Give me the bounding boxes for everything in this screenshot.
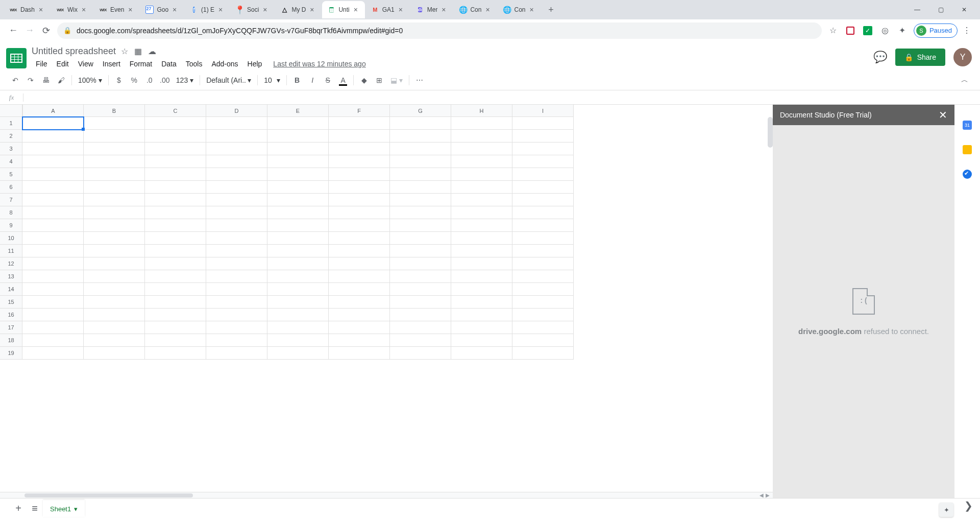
cell[interactable] (84, 219, 145, 232)
close-tab-icon[interactable]: × (439, 6, 448, 14)
cell[interactable] (145, 206, 206, 219)
cell[interactable] (145, 245, 206, 257)
strikethrough-button[interactable]: S (321, 73, 335, 87)
column-header[interactable]: A (22, 105, 84, 117)
menu-help[interactable]: Help (243, 58, 266, 70)
cell[interactable] (390, 194, 451, 206)
cell[interactable] (451, 270, 512, 283)
cell[interactable] (451, 181, 512, 194)
close-tab-icon[interactable]: × (216, 6, 225, 14)
cell[interactable] (329, 232, 390, 245)
cell[interactable] (512, 309, 574, 321)
row-header[interactable]: 13 (0, 270, 22, 283)
cell[interactable] (22, 117, 84, 130)
cell[interactable] (84, 245, 145, 257)
cell[interactable] (512, 219, 574, 232)
cell[interactable] (451, 143, 512, 155)
cell[interactable] (267, 130, 329, 143)
add-sheet-button[interactable]: + (10, 501, 27, 517)
cell[interactable] (451, 257, 512, 270)
column-header[interactable]: E (267, 105, 329, 117)
address-bar[interactable]: 🔒 docs.google.com/spreadsheets/d/1zGl_om… (57, 22, 822, 39)
increase-decimal-button[interactable]: .00 (158, 73, 172, 87)
close-tab-icon[interactable]: × (527, 6, 535, 14)
star-icon[interactable]: ☆ (121, 46, 128, 56)
back-button[interactable]: ← (5, 22, 21, 39)
cell[interactable] (145, 283, 206, 296)
new-tab-button[interactable]: + (544, 3, 558, 17)
cell[interactable] (206, 270, 267, 283)
cell[interactable] (267, 309, 329, 321)
cell[interactable] (390, 219, 451, 232)
cell[interactable] (145, 257, 206, 270)
cell[interactable] (390, 143, 451, 155)
cell[interactable] (145, 181, 206, 194)
cell[interactable] (390, 347, 451, 360)
hide-side-panel-button[interactable]: ❯ (964, 500, 973, 512)
cell[interactable] (145, 334, 206, 347)
forward-button[interactable]: → (21, 22, 38, 39)
cell[interactable] (512, 181, 574, 194)
cell[interactable] (512, 155, 574, 168)
close-tab-icon[interactable]: × (308, 6, 316, 14)
cell[interactable] (145, 309, 206, 321)
cell[interactable] (390, 168, 451, 181)
cell[interactable] (329, 130, 390, 143)
cell[interactable] (84, 206, 145, 219)
cell[interactable] (206, 130, 267, 143)
column-header[interactable]: G (390, 105, 451, 117)
column-header[interactable]: D (206, 105, 267, 117)
column-header[interactable]: I (512, 105, 574, 117)
cell[interactable] (84, 117, 145, 130)
cell[interactable] (329, 143, 390, 155)
reload-button[interactable]: ⟳ (38, 22, 54, 39)
row-header[interactable]: 8 (0, 206, 22, 219)
browser-tab[interactable]: ▦ Unti × (322, 1, 364, 18)
paint-format-button[interactable]: 🖌 (54, 73, 68, 87)
collapse-toolbar-button[interactable]: ︿ (958, 73, 972, 87)
cell[interactable] (145, 270, 206, 283)
cell[interactable] (206, 168, 267, 181)
cell[interactable] (84, 321, 145, 334)
cell[interactable] (206, 155, 267, 168)
cell[interactable] (206, 309, 267, 321)
cell[interactable] (22, 257, 84, 270)
cell[interactable] (145, 130, 206, 143)
bookmark-star-icon[interactable]: ☆ (825, 22, 841, 39)
browser-tab[interactable]: 🌐 Con × (498, 1, 541, 18)
cell[interactable] (84, 232, 145, 245)
cell[interactable] (84, 270, 145, 283)
cell[interactable] (84, 309, 145, 321)
cell[interactable] (206, 347, 267, 360)
cell[interactable] (22, 296, 84, 309)
browser-tab[interactable]: M GA1 × (366, 1, 410, 18)
explore-button[interactable]: ✦ (939, 503, 953, 517)
minimize-window-button[interactable]: — (905, 2, 929, 18)
cell[interactable] (267, 232, 329, 245)
cell[interactable] (390, 321, 451, 334)
cell[interactable] (267, 168, 329, 181)
cell[interactable] (145, 296, 206, 309)
cell[interactable] (390, 257, 451, 270)
cell[interactable] (22, 130, 84, 143)
row-header[interactable]: 18 (0, 334, 22, 347)
cell[interactable] (329, 270, 390, 283)
cell[interactable] (267, 206, 329, 219)
menu-add-ons[interactable]: Add-ons (207, 58, 242, 70)
cell[interactable] (512, 194, 574, 206)
chevron-down-icon[interactable]: ▾ (74, 505, 78, 513)
browser-tab[interactable]: 🌐 Con × (454, 1, 497, 18)
cell[interactable] (22, 245, 84, 257)
cloud-status-icon[interactable]: ☁ (148, 46, 156, 56)
horizontal-scrollbar-track[interactable]: ◀▶ (0, 492, 773, 498)
cell[interactable] (451, 168, 512, 181)
document-title[interactable]: Untitled spreadsheet (32, 46, 116, 57)
redo-button[interactable]: ↷ (23, 73, 38, 87)
cell[interactable] (390, 245, 451, 257)
cell[interactable] (329, 155, 390, 168)
cell[interactable] (206, 232, 267, 245)
cell[interactable] (267, 296, 329, 309)
share-button[interactable]: 🔒 Share (895, 49, 945, 66)
currency-button[interactable]: $ (112, 73, 126, 87)
cell[interactable] (267, 270, 329, 283)
